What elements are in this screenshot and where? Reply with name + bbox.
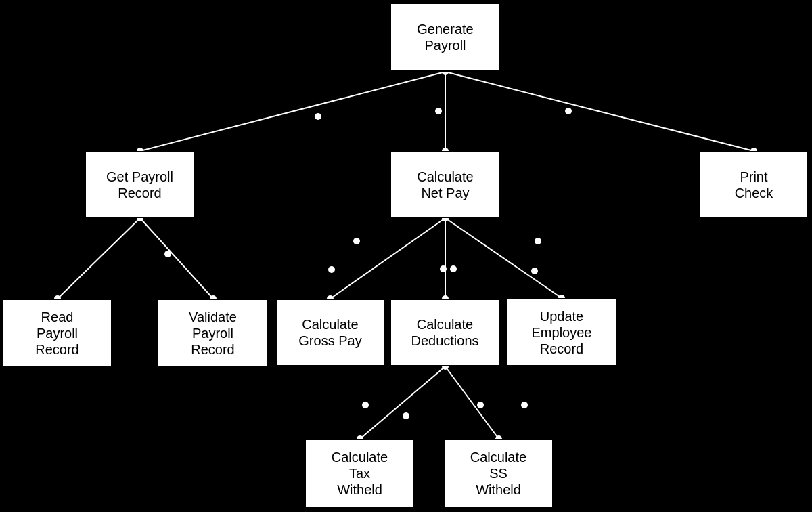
node-generate-payroll: Generate Payroll xyxy=(390,3,501,72)
svg-line-5 xyxy=(445,72,754,151)
node-calculate-net-pay: Calculate Net Pay xyxy=(390,151,501,218)
svg-point-30 xyxy=(328,266,335,273)
svg-line-13 xyxy=(330,218,445,299)
node-update-employee-record: Update Employee Record xyxy=(506,298,617,366)
node-read-payroll-record: Read Payroll Record xyxy=(2,299,112,368)
svg-line-8 xyxy=(58,218,140,299)
svg-point-20 xyxy=(531,268,538,274)
node-validate-payroll-record: Validate Payroll Record xyxy=(157,299,269,368)
svg-point-7 xyxy=(565,108,572,114)
svg-point-32 xyxy=(450,265,457,272)
svg-line-18 xyxy=(445,218,562,298)
svg-point-27 xyxy=(435,108,442,114)
node-calculate-deductions: Calculate Deductions xyxy=(390,299,500,366)
node-get-payroll-record: Get Payroll Record xyxy=(85,151,195,218)
node-calculate-ss-withheld: Calculate SS Witheld xyxy=(443,439,554,508)
connector-layer xyxy=(0,0,812,512)
node-calculate-tax-withheld: Calculate Tax Witheld xyxy=(304,439,415,508)
svg-point-26 xyxy=(315,113,321,120)
svg-point-31 xyxy=(440,265,447,272)
svg-point-29 xyxy=(353,238,360,244)
svg-line-0 xyxy=(140,72,445,151)
svg-point-33 xyxy=(535,238,541,244)
node-calculate-gross-pay: Calculate Gross Pay xyxy=(275,299,385,366)
svg-line-24 xyxy=(445,366,499,439)
svg-line-21 xyxy=(360,366,445,439)
svg-point-37 xyxy=(521,402,528,408)
svg-point-35 xyxy=(403,412,409,419)
node-print-check: Print Check xyxy=(699,151,809,219)
svg-point-36 xyxy=(477,402,484,408)
diagram-container: Generate Payroll Get Payroll Record Calc… xyxy=(0,0,812,512)
svg-point-34 xyxy=(362,402,369,408)
svg-line-11 xyxy=(140,218,213,299)
svg-point-28 xyxy=(164,251,171,257)
